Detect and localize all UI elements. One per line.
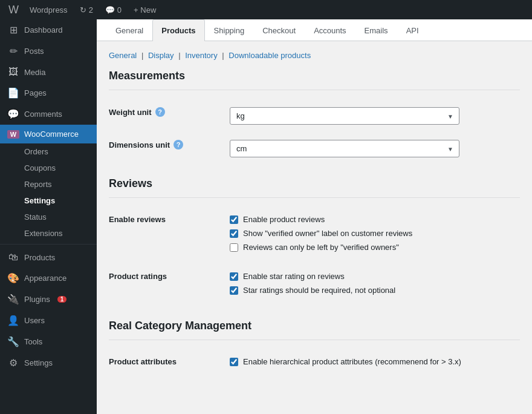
sidebar-item-label: Tools <box>24 337 42 346</box>
sidebar-sub-settings[interactable]: Settings <box>0 192 97 209</box>
product-ratings-label: Product ratings <box>109 264 230 307</box>
enable-reviews-field: Enable product reviews Show "verified ow… <box>230 208 520 264</box>
tab-shipping[interactable]: Shipping <box>205 19 254 41</box>
real-category-table: Product attributes Enable hierarchical p… <box>109 350 520 379</box>
sidebar-item-woocommerce[interactable]: W WooCommerce <box>0 125 97 143</box>
comments-button[interactable]: 💬 0 <box>100 5 126 15</box>
divider <box>0 244 97 245</box>
verified-only-row: Reviews can only be left by "verified ow… <box>230 243 520 252</box>
sidebar-item-users[interactable]: 👤 Users <box>0 310 97 331</box>
enable-product-reviews-checkbox[interactable] <box>230 215 238 224</box>
sidebar-item-tools[interactable]: 🔧 Tools <box>0 331 97 352</box>
enable-star-rating-checkbox[interactable] <box>230 272 238 281</box>
sidebar-item-pages[interactable]: 📄 Pages <box>0 82 97 104</box>
product-attributes-label: Product attributes <box>109 350 230 379</box>
measurements-table: Weight unit ? kg g lbs oz <box>109 100 520 165</box>
star-required-label[interactable]: Star ratings should be required, not opt… <box>243 286 395 295</box>
content-area: General | Display | Inventory | Download… <box>97 41 532 389</box>
reviews-heading: Reviews <box>109 177 520 198</box>
sidebar-sub-extensions[interactable]: Extensions <box>0 225 97 242</box>
verified-owner-label-row: Show "verified owner" label on customer … <box>230 229 520 238</box>
comments-menu-icon: 💬 <box>7 108 19 120</box>
sidebar-item-products[interactable]: 🛍 Products <box>0 247 97 268</box>
sidebar-sub-status[interactable]: Status <box>0 209 97 225</box>
measurements-heading: Measurements <box>109 70 520 90</box>
breadcrumb-display[interactable]: Display <box>148 51 174 60</box>
breadcrumb-inventory[interactable]: Inventory <box>185 51 217 60</box>
breadcrumb-downloadable[interactable]: Downloadable products <box>229 51 311 60</box>
plugins-icon: 🔌 <box>7 294 19 305</box>
hierarchical-attributes-label[interactable]: Enable hierarchical product attributes (… <box>243 357 461 366</box>
sidebar-item-label: Dashboard <box>24 25 63 34</box>
sidebar-item-settings[interactable]: ⚙ Settings <box>0 352 97 373</box>
real-category-heading: Real Category Management <box>109 320 520 340</box>
sidebar-item-label: Media <box>24 68 45 77</box>
posts-icon: ✏ <box>7 45 19 57</box>
sidebar-item-dashboard[interactable]: ⊞ Dashboard <box>0 19 97 41</box>
weight-unit-help-icon[interactable]: ? <box>155 107 165 117</box>
enable-star-rating-label[interactable]: Enable star rating on reviews <box>243 272 345 281</box>
verified-only-checkbox[interactable] <box>230 243 238 252</box>
topbar: W Wordpress ↻ 2 💬 0 + New <box>0 0 532 19</box>
sidebar-item-label: Posts <box>24 47 44 56</box>
comments-icon: 💬 <box>105 5 115 15</box>
sidebar-item-label: Settings <box>24 358 53 367</box>
appearance-icon: 🎨 <box>7 272 19 284</box>
verified-owner-checkbox[interactable] <box>230 229 238 238</box>
settings-icon: ⚙ <box>7 357 19 369</box>
wp-logo-icon: W <box>5 4 22 16</box>
hierarchical-attributes-checkbox[interactable] <box>230 358 238 366</box>
media-icon: 🖼 <box>7 67 19 77</box>
weight-unit-field: kg g lbs oz <box>230 100 520 133</box>
tab-checkout[interactable]: Checkout <box>253 19 305 41</box>
sidebar-item-label: WooCommerce <box>24 130 79 139</box>
dashboard-icon: ⊞ <box>7 24 19 36</box>
sidebar-item-media[interactable]: 🖼 Media <box>0 62 97 82</box>
dimensions-unit-select[interactable]: cm m mm in yd <box>230 140 459 157</box>
weight-unit-row: Weight unit ? kg g lbs oz <box>109 100 520 133</box>
tabs-bar: General Products Shipping Checkout Accou… <box>97 19 532 41</box>
sidebar-item-posts[interactable]: ✏ Posts <box>0 41 97 62</box>
reviews-table: Enable reviews Enable product reviews Sh… <box>109 208 520 307</box>
weight-unit-label: Weight unit ? <box>109 100 230 133</box>
sidebar-item-label: Products <box>24 253 55 262</box>
weight-unit-select[interactable]: kg g lbs oz <box>230 107 459 125</box>
dimensions-unit-row: Dimensions unit ? cm m mm in yd <box>109 133 520 165</box>
sidebar-item-comments[interactable]: 💬 Comments <box>0 104 97 125</box>
sidebar-item-appearance[interactable]: 🎨 Appearance <box>0 268 97 289</box>
enable-product-reviews-label[interactable]: Enable product reviews <box>243 215 325 224</box>
updates-button[interactable]: ↻ 2 <box>75 5 98 15</box>
tab-accounts[interactable]: Accounts <box>305 19 355 41</box>
sidebar-item-label: Plugins <box>24 295 50 304</box>
product-ratings-field: Enable star rating on reviews Star ratin… <box>230 264 520 307</box>
sidebar-sub-reports[interactable]: Reports <box>0 176 97 192</box>
updates-count: 2 <box>89 5 93 15</box>
sidebar-item-label: Pages <box>24 88 47 97</box>
dimensions-unit-help-icon[interactable]: ? <box>174 140 183 150</box>
tab-general[interactable]: General <box>106 19 152 41</box>
dimensions-unit-field: cm m mm in yd <box>230 133 520 165</box>
new-button[interactable]: + New <box>129 5 161 15</box>
enable-product-reviews-row: Enable product reviews <box>230 215 520 224</box>
users-icon: 👤 <box>7 315 19 326</box>
enable-reviews-row: Enable reviews Enable product reviews Sh… <box>109 208 520 264</box>
verified-owner-label[interactable]: Show "verified owner" label on customer … <box>243 229 412 238</box>
product-attributes-row: Product attributes Enable hierarchical p… <box>109 350 520 379</box>
dimensions-unit-select-wrapper: cm m mm in yd <box>230 140 459 157</box>
tab-api[interactable]: API <box>397 19 428 41</box>
weight-unit-select-wrapper: kg g lbs oz <box>230 107 459 125</box>
verified-only-label[interactable]: Reviews can only be left by "verified ow… <box>243 243 399 252</box>
sidebar-sub-orders[interactable]: Orders <box>0 143 97 160</box>
star-required-row: Star ratings should be required, not opt… <box>230 286 520 295</box>
tab-products[interactable]: Products <box>152 19 204 41</box>
sidebar-item-label: Comments <box>24 110 62 119</box>
tab-emails[interactable]: Emails <box>355 19 397 41</box>
sidebar-sub-coupons[interactable]: Coupons <box>0 160 97 176</box>
enable-star-rating-row: Enable star rating on reviews <box>230 272 520 281</box>
star-required-checkbox[interactable] <box>230 286 238 295</box>
enable-reviews-label: Enable reviews <box>109 208 230 264</box>
sidebar-item-plugins[interactable]: 🔌 Plugins 1 <box>0 289 97 310</box>
site-name[interactable]: Wordpress <box>25 5 73 15</box>
sidebar: ⊞ Dashboard ✏ Posts 🖼 Media 📄 Pages 💬 Co… <box>0 19 97 414</box>
breadcrumb-general[interactable]: General <box>109 51 137 60</box>
